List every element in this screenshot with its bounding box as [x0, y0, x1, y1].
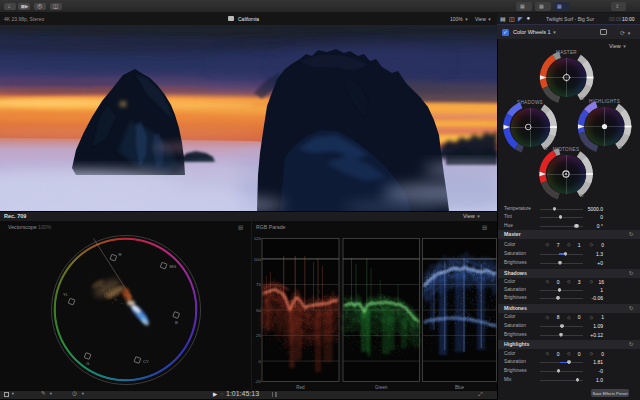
svg-text:0: 0: [259, 359, 262, 364]
svg-text:B: B: [175, 320, 178, 325]
svg-text:25: 25: [256, 333, 261, 338]
svg-text:R: R: [119, 252, 122, 257]
svg-text:CY: CY: [143, 359, 149, 364]
svg-text:YL: YL: [63, 292, 69, 297]
svg-text:120: 120: [254, 236, 262, 241]
svg-text:MG: MG: [170, 264, 177, 269]
svg-text:-20: -20: [255, 379, 262, 384]
svg-text:75: 75: [256, 282, 261, 287]
svg-text:100: 100: [254, 257, 262, 262]
svg-text:G: G: [86, 361, 89, 366]
